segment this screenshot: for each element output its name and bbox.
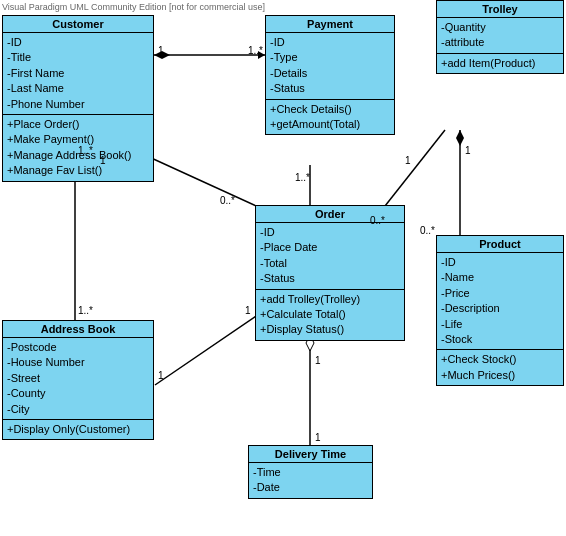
attr-line: -ID <box>260 225 400 240</box>
attr-line: -County <box>7 386 149 401</box>
label-t-o-0n: 0..* <box>370 215 385 226</box>
delivery-time-attributes: -Time -Date <box>249 463 372 498</box>
attr-line: -Last Name <box>7 81 149 96</box>
attr-line: -Stock <box>441 332 559 347</box>
label-c-p-1a: 1 <box>158 45 164 56</box>
method-line: +Check Stock() <box>441 352 559 367</box>
attr-line: -ID <box>7 35 149 50</box>
attr-line: -Status <box>270 81 390 96</box>
attr-line: -Date <box>253 480 368 495</box>
attr-line: -Total <box>260 256 400 271</box>
attr-line: -Street <box>7 371 149 386</box>
attr-line: -Life <box>441 317 559 332</box>
method-line: +Display Status() <box>260 322 400 337</box>
trolley-box: Trolley -Quantity -attribute +add Item(P… <box>436 0 564 74</box>
label-c-p-1b: 1..* <box>248 45 263 56</box>
product-methods: +Check Stock() +Much Prices() <box>437 350 563 385</box>
label-c-ab-1: 1..* <box>78 305 93 316</box>
address-book-attributes: -Postcode -House Number -Street -County … <box>3 338 153 420</box>
attr-line: -Time <box>253 465 368 480</box>
label-c-o-0n: 0..* <box>220 195 235 206</box>
customer-box: Customer -ID -Title -First Name -Last Na… <box>2 15 154 182</box>
product-title: Product <box>437 236 563 253</box>
attr-line: -First Name <box>7 66 149 81</box>
label-t-o-1: 1 <box>405 155 411 166</box>
method-line: +Calculate Total() <box>260 307 400 322</box>
attr-line: -ID <box>441 255 559 270</box>
delivery-time-title: Delivery Time <box>249 446 372 463</box>
label-t-prod-0n: 0..* <box>420 225 435 236</box>
method-line: +Check Details() <box>270 102 390 117</box>
delivery-time-box: Delivery Time -Time -Date <box>248 445 373 499</box>
address-book-methods: +Display Only(Customer) <box>3 420 153 439</box>
attr-line: -Details <box>270 66 390 81</box>
method-line: +Much Prices() <box>441 368 559 383</box>
attr-line: -Name <box>441 270 559 285</box>
trolley-methods: +add Item(Product) <box>437 54 563 73</box>
method-line: +getAmount(Total) <box>270 117 390 132</box>
label-ab-o-1: 1 <box>158 370 164 381</box>
label-c-o-1: 1 <box>100 155 106 166</box>
order-methods: +add Trolley(Trolley) +Calculate Total()… <box>256 290 404 340</box>
attr-line: -City <box>7 402 149 417</box>
attr-line: -Quantity <box>441 20 559 35</box>
payment-attributes: -ID -Type -Details -Status <box>266 33 394 100</box>
attr-line: -Place Date <box>260 240 400 255</box>
svg-line-6 <box>155 310 265 385</box>
attr-line: -Status <box>260 271 400 286</box>
label-o-dt-1a: 1 <box>315 355 321 366</box>
payment-title: Payment <box>266 16 394 33</box>
address-book-title: Address Book <box>3 321 153 338</box>
label-ab-o-1b: 1 <box>245 305 251 316</box>
product-box: Product -ID -Name -Price -Description -L… <box>436 235 564 386</box>
method-line: +add Item(Product) <box>441 56 559 71</box>
payment-methods: +Check Details() +getAmount(Total) <box>266 100 394 135</box>
order-attributes: -ID -Place Date -Total -Status <box>256 223 404 290</box>
attr-line: -Phone Number <box>7 97 149 112</box>
method-line: +Place Order() <box>7 117 149 132</box>
label-o-dt-1b: 1 <box>315 432 321 443</box>
attr-line: -ID <box>270 35 390 50</box>
label-t-prod-1: 1 <box>465 145 471 156</box>
attr-line: -Type <box>270 50 390 65</box>
watermark-text: Visual Paradigm UML Community Edition [n… <box>2 2 265 12</box>
attr-line: -House Number <box>7 355 149 370</box>
attr-line: -attribute <box>441 35 559 50</box>
trolley-attributes: -Quantity -attribute <box>437 18 563 54</box>
attr-line: -Title <box>7 50 149 65</box>
svg-marker-10 <box>456 130 464 146</box>
label-c-ab-1n: 1..* <box>78 145 93 156</box>
address-book-box: Address Book -Postcode -House Number -St… <box>2 320 154 440</box>
product-attributes: -ID -Name -Price -Description -Life -Sto… <box>437 253 563 350</box>
method-line: +add Trolley(Trolley) <box>260 292 400 307</box>
attr-line: -Price <box>441 286 559 301</box>
method-line: +Manage Fav List() <box>7 163 149 178</box>
customer-attributes: -ID -Title -First Name -Last Name -Phone… <box>3 33 153 115</box>
customer-title: Customer <box>3 16 153 33</box>
payment-box: Payment -ID -Type -Details -Status +Chec… <box>265 15 395 135</box>
trolley-title: Trolley <box>437 1 563 18</box>
attr-line: -Postcode <box>7 340 149 355</box>
method-line: +Display Only(Customer) <box>7 422 149 437</box>
label-p-o-1n: 1..* <box>295 172 310 183</box>
attr-line: -Description <box>441 301 559 316</box>
